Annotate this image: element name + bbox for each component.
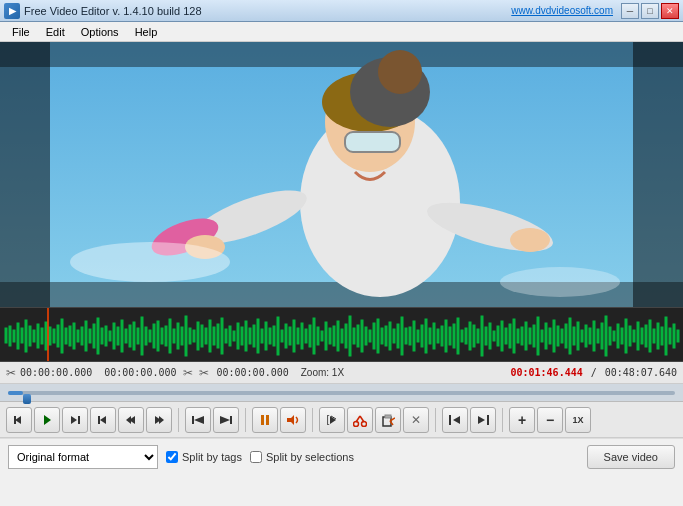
svg-point-17 (500, 267, 620, 297)
svg-rect-130 (449, 327, 451, 345)
svg-rect-78 (241, 327, 243, 345)
play-button[interactable] (34, 407, 60, 433)
svg-rect-152 (537, 317, 539, 355)
svg-rect-22 (17, 323, 19, 349)
scissors-icon-left: ✂ (6, 366, 16, 380)
close-button[interactable]: ✕ (661, 3, 679, 19)
separator-5 (502, 408, 503, 432)
svg-rect-146 (513, 319, 515, 353)
svg-rect-147 (517, 329, 519, 343)
svg-rect-125 (429, 328, 431, 344)
zoom-1x-button[interactable]: 1X (565, 407, 591, 433)
svg-rect-204 (261, 415, 264, 425)
svg-marker-192 (71, 416, 77, 424)
seek-bar-thumb[interactable] (23, 394, 31, 404)
deselect-button[interactable]: ✕ (403, 407, 429, 433)
svg-rect-46 (113, 323, 115, 349)
svg-rect-45 (109, 331, 111, 341)
prev-chapter-button[interactable] (185, 407, 211, 433)
minimize-button[interactable]: ─ (621, 3, 639, 19)
svg-rect-50 (129, 325, 131, 347)
svg-rect-163 (581, 330, 583, 342)
svg-rect-77 (237, 323, 239, 349)
svg-rect-52 (137, 328, 139, 344)
website-link[interactable]: www.dvdvideosoft.com (511, 5, 613, 16)
volume-button[interactable] (280, 407, 306, 433)
svg-rect-62 (177, 323, 179, 349)
seek-bar-track[interactable] (8, 391, 675, 395)
svg-rect-182 (657, 323, 659, 349)
svg-rect-30 (49, 327, 51, 345)
split-by-selections-checkbox[interactable] (250, 451, 262, 463)
cut-button[interactable] (347, 407, 373, 433)
svg-rect-123 (421, 325, 423, 347)
split-by-selections-text: Split by selections (266, 451, 354, 463)
playback-controls: [ ✕ + − 1X (0, 402, 683, 438)
split-by-tags-checkbox[interactable] (166, 451, 178, 463)
paste-button[interactable] (375, 407, 401, 433)
svg-rect-185 (669, 328, 671, 344)
prev-cut-button[interactable] (442, 407, 468, 433)
svg-rect-183 (661, 327, 663, 345)
menu-options[interactable]: Options (73, 25, 127, 39)
menu-edit[interactable]: Edit (38, 25, 73, 39)
svg-rect-110 (369, 330, 371, 342)
menu-help[interactable]: Help (127, 25, 166, 39)
waveform-svg: // This won't run in SVG, using static a… (0, 308, 683, 362)
svg-rect-184 (665, 317, 667, 355)
prev-frame-button[interactable] (90, 407, 116, 433)
zoom-in-button[interactable]: + (509, 407, 535, 433)
svg-rect-60 (169, 319, 171, 353)
svg-line-210 (356, 416, 360, 422)
svg-rect-142 (497, 326, 499, 346)
next-cut-button[interactable] (470, 407, 496, 433)
svg-rect-158 (561, 329, 563, 343)
pause-button[interactable] (252, 407, 278, 433)
maximize-button[interactable]: □ (641, 3, 659, 19)
svg-rect-104 (345, 324, 347, 348)
split-by-selections-label[interactable]: Split by selections (250, 451, 354, 463)
svg-rect-8 (345, 132, 400, 152)
svg-rect-19 (5, 328, 7, 343)
svg-rect-94 (305, 329, 307, 343)
split-by-tags-label[interactable]: Split by tags (166, 451, 242, 463)
svg-rect-1 (0, 42, 50, 307)
svg-rect-43 (101, 328, 103, 344)
svg-rect-151 (533, 325, 535, 347)
format-select[interactable]: Original format MP4 AVI MOV MKV (8, 445, 158, 469)
save-video-button[interactable]: Save video (587, 445, 675, 469)
svg-rect-106 (353, 328, 355, 344)
svg-rect-127 (437, 329, 439, 343)
svg-rect-136 (473, 325, 475, 347)
svg-rect-190 (14, 416, 16, 424)
svg-rect-139 (485, 327, 487, 345)
start-time-display: 00:00:00.000 (20, 367, 92, 378)
svg-rect-169 (605, 316, 607, 356)
seek-bar-container[interactable] (0, 384, 683, 402)
prev-second-button[interactable] (118, 407, 144, 433)
mid-time-display: 00:00:00.000 (104, 367, 176, 378)
title-bar: ▶ Free Video Editor v. 1.4.10 build 128 … (0, 0, 683, 22)
svg-rect-119 (405, 328, 407, 344)
svg-rect-156 (553, 320, 555, 352)
video-frame (0, 42, 683, 307)
svg-rect-102 (337, 321, 339, 351)
mark-in-button[interactable]: [ (319, 407, 345, 433)
next-second-button[interactable] (146, 407, 172, 433)
svg-rect-100 (329, 328, 331, 344)
svg-rect-29 (45, 322, 47, 350)
svg-rect-129 (445, 320, 447, 352)
svg-rect-140 (489, 323, 491, 349)
svg-rect-24 (25, 320, 27, 352)
zoom-out-button[interactable]: − (537, 407, 563, 433)
svg-marker-191 (44, 415, 51, 425)
svg-rect-68 (201, 325, 203, 347)
svg-rect-111 (373, 323, 375, 349)
play-selection-button[interactable] (62, 407, 88, 433)
seek-bar-progress (8, 391, 23, 395)
video-area (0, 42, 683, 307)
go-to-start-button[interactable] (6, 407, 32, 433)
next-chapter-button[interactable] (213, 407, 239, 433)
svg-point-16 (70, 242, 230, 282)
menu-file[interactable]: File (4, 25, 38, 39)
